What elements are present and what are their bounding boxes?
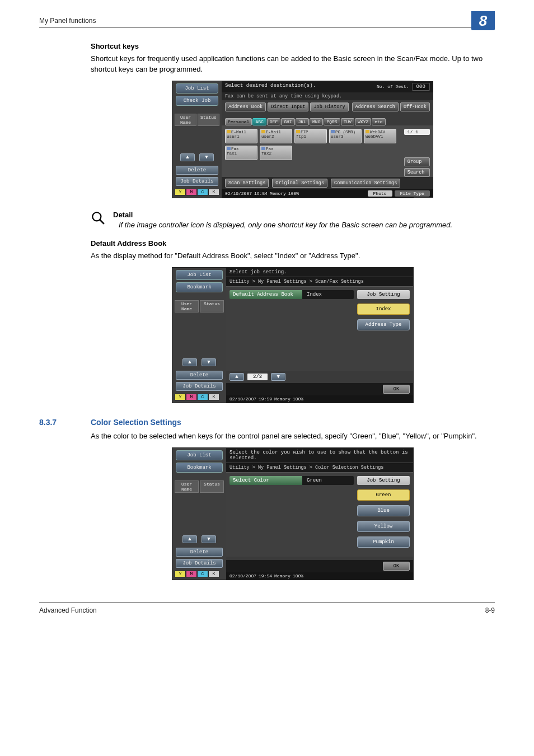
option-button[interactable]: Index bbox=[357, 304, 410, 315]
toner-indicator: YMCK bbox=[175, 571, 224, 577]
index-tab[interactable]: GHI bbox=[281, 118, 294, 125]
shortcut-button[interactable]: Original Settings bbox=[272, 179, 327, 188]
page-indicator: 1/ 1 bbox=[404, 129, 430, 135]
index-tab[interactable]: WXYZ bbox=[355, 118, 371, 125]
status-bar: 02/10/2007 19:59 Memory 100% bbox=[226, 395, 413, 403]
index-tab[interactable]: Personal bbox=[225, 118, 252, 125]
scroll-up-button[interactable]: ▲ bbox=[180, 153, 195, 161]
search-button[interactable]: Search bbox=[404, 168, 430, 177]
destination-card[interactable]: E-Mailuser1 bbox=[225, 129, 257, 143]
destination-card[interactable]: FTPftp1 bbox=[294, 129, 327, 143]
scroll-up-button[interactable]: ▲ bbox=[182, 535, 197, 543]
user-name-col: User Name bbox=[175, 480, 199, 493]
para-color-selection: As the color to be selected when keys fo… bbox=[91, 431, 495, 442]
breadcrumb: Utility > My Panel Settings > Color Sele… bbox=[226, 463, 413, 473]
option-button[interactable]: Pumpkin bbox=[357, 536, 410, 548]
toner-k: K bbox=[208, 189, 219, 195]
destination-card[interactable]: Faxfax1 bbox=[225, 146, 257, 160]
para-shortcut-keys: Shortcut keys for frequently used applic… bbox=[91, 54, 495, 75]
shortcut-button[interactable]: Scan Settings bbox=[225, 179, 269, 188]
setting-key: Default Address Book bbox=[229, 290, 302, 299]
mode-tab[interactable]: Direct Input bbox=[268, 102, 308, 111]
magnifier-icon bbox=[91, 211, 105, 227]
breadcrumb: Utility > My Panel Settings > Scan/Fax S… bbox=[226, 277, 413, 287]
instruction-sub: Fax can be sent at any time using keypad… bbox=[222, 92, 433, 100]
job-details-button[interactable]: Job Details bbox=[176, 559, 223, 568]
bottom-shortcut-bar: Scan SettingsOriginal SettingsCommunicat… bbox=[222, 177, 433, 189]
bookmark-tab[interactable]: Bookmark bbox=[176, 463, 223, 473]
svg-line-1 bbox=[100, 220, 104, 224]
bookmark-tab[interactable]: Bookmark bbox=[176, 282, 223, 292]
ok-button[interactable]: OK bbox=[383, 385, 410, 394]
job-list-tab[interactable]: Job List bbox=[176, 270, 223, 280]
destination-card[interactable]: WebDAVWebDAV1 bbox=[364, 129, 396, 143]
shortcut-button[interactable]: Communication Settings bbox=[331, 179, 400, 188]
status-col: Status bbox=[200, 480, 224, 493]
user-name-col: User Name bbox=[175, 300, 199, 312]
setting-value: Green bbox=[302, 476, 354, 485]
photo-button[interactable]: Photo bbox=[368, 190, 392, 197]
option-button[interactable]: Yellow bbox=[357, 521, 410, 532]
delete-button[interactable]: Delete bbox=[176, 166, 218, 175]
setting-value: Index bbox=[302, 290, 354, 299]
destination-card[interactable]: PC (SMB)user3 bbox=[329, 129, 362, 143]
para-default-addr: As the display method for "Default Addre… bbox=[91, 251, 495, 262]
status-col: Status bbox=[198, 114, 219, 126]
header-rule bbox=[39, 27, 495, 27]
job-details-button[interactable]: Job Details bbox=[176, 177, 218, 186]
instruction-text: Select job setting. bbox=[226, 268, 413, 277]
user-status-header: User Name Status bbox=[175, 300, 224, 312]
status-col: Status bbox=[200, 300, 224, 312]
mode-tab[interactable]: Address Book bbox=[225, 102, 266, 111]
memory-value: 100% bbox=[293, 396, 303, 402]
date: 02/10/2007 bbox=[229, 396, 256, 402]
job-details-button[interactable]: Job Details bbox=[176, 382, 223, 391]
footer-right: 8-9 bbox=[485, 606, 495, 614]
check-job-tab[interactable]: Check Job bbox=[176, 96, 218, 106]
file-type-button[interactable]: File Type bbox=[395, 190, 430, 197]
index-tab[interactable]: JKL bbox=[296, 118, 309, 125]
option-button[interactable]: Blue bbox=[357, 505, 410, 516]
destination-card[interactable]: E-Mailuser2 bbox=[260, 129, 292, 143]
index-tab[interactable]: DEF bbox=[267, 118, 280, 125]
index-tab[interactable]: PQRS bbox=[324, 118, 340, 125]
job-list-tab[interactable]: Job List bbox=[176, 450, 223, 460]
index-tab[interactable]: etc bbox=[372, 118, 385, 125]
destination-card[interactable]: Faxfax2 bbox=[260, 146, 292, 160]
time: 19:54 bbox=[254, 191, 268, 196]
scroll-up-button[interactable]: ▲ bbox=[182, 358, 197, 366]
running-header: My Panel functions bbox=[39, 17, 495, 25]
detail-text: If the image controller icon is displaye… bbox=[119, 220, 452, 230]
index-tab[interactable]: MNO bbox=[310, 118, 323, 125]
scroll-down-button[interactable]: ▼ bbox=[199, 153, 214, 161]
scroll-down-button[interactable]: ▼ bbox=[202, 535, 216, 543]
mode-tab[interactable]: Job History bbox=[310, 102, 348, 111]
job-list-tab[interactable]: Job List bbox=[176, 83, 218, 94]
memory-label: Memory bbox=[274, 396, 291, 402]
memory-value: 100% bbox=[293, 573, 303, 578]
group-button[interactable]: Group bbox=[404, 157, 430, 166]
delete-button[interactable]: Delete bbox=[176, 371, 223, 380]
mode-tabs: Address BookDirect InputJob HistoryAddre… bbox=[222, 100, 433, 114]
delete-button[interactable]: Delete bbox=[176, 548, 223, 557]
setting-row: Default Address Book Index bbox=[229, 290, 354, 299]
ok-button[interactable]: OK bbox=[383, 562, 410, 571]
status-bar: 02/10/2007 19:54 Memory 100% bbox=[226, 572, 413, 580]
index-tabs: PersonalABCDEFGHIJKLMNOPQRSTUVWXYZetc bbox=[222, 117, 433, 125]
option-button[interactable]: Address Type bbox=[357, 319, 410, 330]
toner-m: M bbox=[186, 189, 197, 195]
mode-tab[interactable]: Address Search bbox=[352, 102, 399, 111]
index-tab[interactable]: ABC bbox=[252, 118, 266, 125]
page-indicator: 2/2 bbox=[247, 374, 268, 380]
time: 19:59 bbox=[259, 396, 272, 402]
index-tab[interactable]: TUV bbox=[341, 118, 354, 125]
instruction-text: Select the color you wish to use to show… bbox=[226, 448, 413, 463]
option-button[interactable]: Green bbox=[357, 489, 410, 501]
scroll-down-button[interactable]: ▼ bbox=[202, 358, 216, 366]
page-down-button[interactable]: ▼ bbox=[271, 373, 285, 381]
screenshot-scan-fax: Job List Check Job User Name Status ▲ ▼ … bbox=[172, 81, 414, 198]
page-up-button[interactable]: ▲ bbox=[229, 373, 244, 381]
toner-indicator: YMCK bbox=[175, 394, 224, 400]
mode-tab[interactable]: Off-Hook bbox=[400, 102, 430, 111]
setting-row: Select Color Green bbox=[229, 476, 354, 485]
